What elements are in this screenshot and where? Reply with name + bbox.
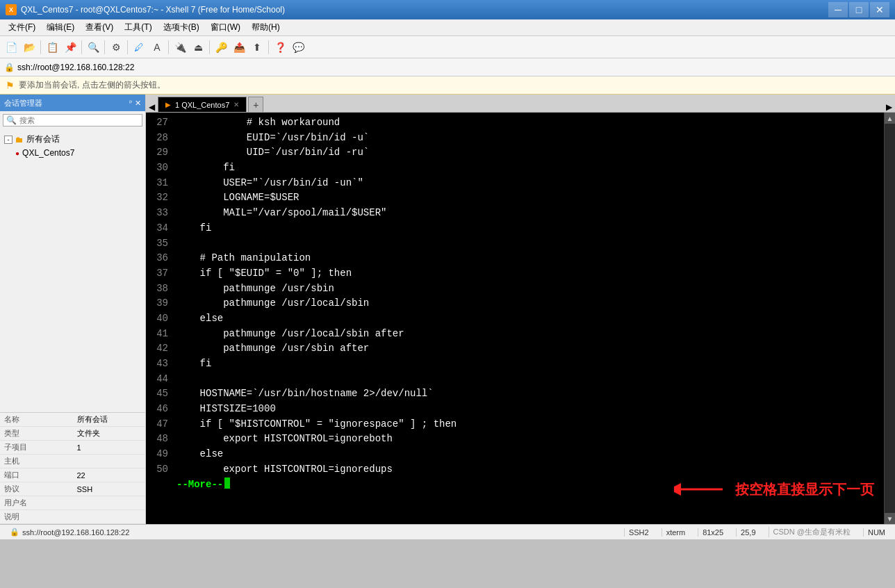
menu-edit[interactable]: 编辑(E) (41, 20, 80, 35)
status-bar: 🔒 ssh://root@192.168.160.128:22 SSH2 xte… (0, 524, 895, 539)
panel-close-btn[interactable]: ✕ (135, 99, 141, 108)
props-value: 所有会话 (73, 413, 146, 427)
toolbar-font[interactable]: A (149, 39, 165, 56)
terminal-tab[interactable]: ▶ 1 QXL_Centos7 ✕ (158, 97, 247, 112)
line-number: 33 (151, 206, 176, 221)
info-bar: ⚑ 要添加当前会话, 点击左侧的箭头按钮。 (0, 76, 895, 95)
menu-window[interactable]: 窗口(W) (205, 20, 246, 35)
tab-add-btn[interactable]: + (248, 97, 263, 112)
toolbar-color[interactable]: 🖊 (131, 39, 147, 56)
props-key: 类型 (0, 427, 73, 441)
line-content: else (176, 447, 223, 462)
line-content: pathmunge /usr/local/sbin (176, 296, 369, 311)
toolbar-copy[interactable]: 📋 (44, 39, 60, 56)
status-num: NUM (863, 528, 889, 537)
line-content: else (176, 311, 223, 327)
toolbar-paste[interactable]: 📌 (62, 39, 79, 56)
session-panel-header: 会话管理器 ᵖ ✕ (0, 95, 145, 111)
scroll-up-btn[interactable]: ▲ (885, 113, 895, 124)
tree-expand-btn[interactable]: - (4, 136, 13, 144)
scroll-track[interactable] (885, 124, 895, 513)
window-title: QXL_Centos7 - root@QXLCentos7:~ - Xshell… (21, 5, 285, 15)
terminal-line: 49 else (151, 447, 878, 462)
more-prompt-num (151, 477, 176, 493)
line-content: pathmunge /usr/sbin (176, 281, 334, 297)
terminal-line: 45 HOSTNAME=`/usr/bin/hostname 2>/dev/nu… (151, 386, 878, 402)
toolbar-search[interactable]: 🔍 (85, 39, 101, 56)
props-key: 用户名 (0, 496, 73, 510)
tab-close-btn[interactable]: ✕ (233, 101, 239, 108)
tab-label: 1 QXL_Centos7 (175, 101, 229, 109)
props-key: 名称 (0, 413, 73, 427)
props-value: 1 (73, 441, 146, 455)
maximize-button[interactable]: □ (849, 2, 869, 17)
scrollbar-right[interactable]: ▲ ▼ (884, 113, 895, 524)
props-row: 类型文件夹 (0, 427, 145, 441)
scroll-down-btn[interactable]: ▼ (885, 513, 895, 524)
title-bar-controls: ─ □ ✕ (828, 2, 889, 17)
terminal-content[interactable]: 27 # ksh workaround28 EUID=`/usr/bin/id … (146, 113, 884, 524)
line-number: 47 (151, 417, 176, 432)
toolbar: 📄 📂 📋 📌 🔍 ⚙ 🖊 A 🔌 ⏏ 🔑 📤 ⬆ ❓ 💬 (0, 36, 895, 58)
line-content: LOGNAME=$USER (176, 190, 299, 206)
tree-root[interactable]: - 🖿 所有会话 (3, 132, 142, 147)
status-cursor: 25,9 (736, 528, 759, 537)
terminal-line: 31 USER="`/usr/bin/id -un`" (151, 176, 878, 191)
tab-bar: ◀ ▶ 1 QXL_Centos7 ✕ + ▶ (146, 95, 895, 113)
terminal-main: 27 # ksh workaround28 EUID=`/usr/bin/id … (146, 113, 895, 524)
minimize-button[interactable]: ─ (828, 2, 848, 17)
terminal-line: 38 pathmunge /usr/sbin (151, 281, 878, 297)
tab-scroll-right[interactable]: ▶ (886, 102, 892, 112)
all-sessions-label: 所有会话 (26, 133, 60, 145)
terminal-line: 32 LOGNAME=$USER (151, 190, 878, 206)
toolbar-new[interactable]: 📄 (3, 39, 19, 56)
menu-help[interactable]: 帮助(H) (246, 20, 286, 35)
toolbar-transfer[interactable]: 📤 (231, 39, 247, 56)
toolbar-upload[interactable]: ⬆ (249, 39, 265, 56)
menu-file[interactable]: 文件(F) (3, 20, 41, 35)
terminal-line: 35 (151, 236, 878, 252)
props-row: 用户名 (0, 496, 145, 510)
more-prompt-text: --More-- (176, 477, 223, 493)
search-input[interactable] (19, 116, 139, 124)
props-value (73, 455, 146, 468)
status-left: 🔒 ssh://root@192.168.160.128:22 (6, 528, 133, 537)
toolbar-settings[interactable]: ⚙ (108, 39, 124, 56)
line-number: 28 (151, 131, 176, 146)
toolbar-connect[interactable]: 🔌 (172, 39, 188, 56)
menu-view[interactable]: 查看(V) (80, 20, 119, 35)
props-row: 名称所有会话 (0, 413, 145, 427)
menu-tabs[interactable]: 选项卡(B) (158, 20, 205, 35)
terminal-line: 50 export HISTCONTROL=ignoredups (151, 462, 878, 477)
toolbar-sep3 (104, 40, 105, 54)
line-number: 40 (151, 311, 176, 327)
props-row: 端口22 (0, 468, 145, 482)
status-address-text: ssh://root@192.168.160.128:22 (22, 528, 129, 537)
toolbar-open[interactable]: 📂 (21, 39, 38, 56)
menu-tools[interactable]: 工具(T) (119, 20, 157, 35)
line-content: if [ "$EUID" = "0" ]; then (176, 266, 352, 281)
line-content: USER="`/usr/bin/id -un`" (176, 176, 363, 191)
line-content: MAIL="/var/spool/mail/$USER" (176, 206, 386, 221)
toolbar-sep1 (40, 40, 41, 54)
panel-pin[interactable]: ᵖ (129, 99, 132, 108)
main-layout: 会话管理器 ᵖ ✕ 🔍 - 🖿 所有会话 ● QXL_ (0, 95, 895, 524)
terminal-line: 43 fi (151, 357, 878, 372)
title-bar-left: X QXL_Centos7 - root@QXLCentos7:~ - Xshe… (6, 4, 285, 15)
session-item[interactable]: ● QXL_Centos7 (14, 147, 142, 159)
line-number: 27 (151, 115, 176, 131)
line-content: pathmunge /usr/local/sbin after (176, 327, 404, 342)
toolbar-help[interactable]: ❓ (272, 39, 288, 56)
more-prompt-line: --More-- (151, 477, 878, 493)
toolbar-sep7 (268, 40, 269, 54)
close-button[interactable]: ✕ (870, 2, 889, 17)
line-number: 43 (151, 357, 176, 372)
tab-scroll-left[interactable]: ◀ (149, 102, 155, 112)
toolbar-key[interactable]: 🔑 (213, 39, 229, 56)
line-content: # ksh workaround (176, 115, 340, 131)
toolbar-more[interactable]: 💬 (290, 39, 306, 56)
toolbar-disconnect[interactable]: ⏏ (190, 39, 206, 56)
terminal-line: 37 if [ "$EUID" = "0" ]; then (151, 266, 878, 281)
props-row: 说明 (0, 510, 145, 524)
line-content: export HISTCONTROL=ignoredups (176, 462, 393, 477)
